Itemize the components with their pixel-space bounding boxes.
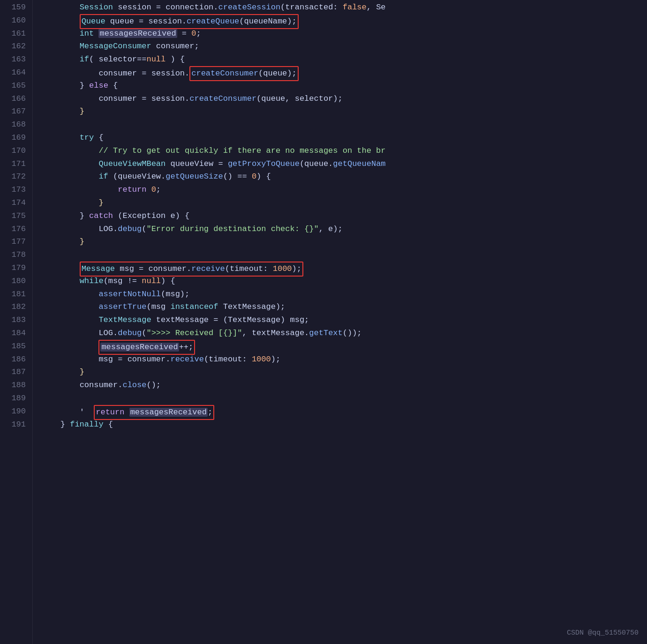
ln-160: 160 (0, 14, 26, 27)
code-line-185: messagesReceived++; (41, 340, 647, 353)
code-line-165: } else { (41, 79, 647, 92)
ln-184: 184 (0, 327, 26, 340)
ln-177: 177 (0, 235, 26, 248)
code-line-187: } (41, 366, 647, 379)
line-numbers: 159 160 161 162 163 164 165 166 167 168 … (0, 0, 33, 644)
code-line-162: MessageConsumer consumer; (41, 40, 647, 53)
code-line-190: ' return messagesReceived; (41, 405, 647, 418)
code-line-170: // Try to get out quickly if there are n… (41, 144, 647, 157)
ln-188: 188 (0, 379, 26, 392)
ln-175: 175 (0, 210, 26, 223)
code-line-182: assertTrue(msg instanceof TextMessage); (41, 300, 647, 314)
code-line-191: } finally { (41, 418, 647, 431)
code-line-161: int messagesReceived = 0; (41, 27, 647, 40)
code-line-184: LOG.debug(">>>> Received [{}]", textMess… (41, 327, 647, 340)
code-line-169: try { (41, 131, 647, 144)
ln-171: 171 (0, 157, 26, 171)
code-line-160: Queue queue = session.createQueue(queueN… (41, 14, 647, 27)
ln-169: 169 (0, 131, 26, 144)
code-line-177: } (41, 235, 647, 248)
ln-173: 173 (0, 183, 26, 196)
code-line-168 (41, 118, 647, 131)
code-line-174: } (41, 196, 647, 210)
code-line-167: } (41, 105, 647, 118)
ln-183: 183 (0, 314, 26, 327)
code-line-172: if (queueView.getQueueSize() == 0) { (41, 170, 647, 183)
ln-164: 164 (0, 66, 26, 79)
ln-168: 168 (0, 118, 26, 131)
code-container: 159 160 161 162 163 164 165 166 167 168 … (0, 0, 647, 644)
code-area: Session session = connection.createSessi… (33, 0, 647, 644)
ln-182: 182 (0, 300, 26, 314)
code-line-173: return 0; (41, 183, 647, 196)
ln-161: 161 (0, 27, 26, 40)
code-line-164: consumer = session.createConsumer(queue)… (41, 66, 647, 79)
ln-190: 190 (0, 405, 26, 418)
ln-167: 167 (0, 105, 26, 118)
code-line-179: Message msg = consumer.receive(timeout: … (41, 262, 647, 275)
ln-159: 159 (0, 1, 26, 14)
ln-187: 187 (0, 366, 26, 379)
code-line-178 (41, 248, 647, 262)
ln-174: 174 (0, 196, 26, 210)
ln-186: 186 (0, 353, 26, 366)
ln-166: 166 (0, 92, 26, 105)
ln-172: 172 (0, 170, 26, 183)
ln-176: 176 (0, 223, 26, 236)
ln-163: 163 (0, 53, 26, 66)
ln-162: 162 (0, 40, 26, 53)
code-line-171: QueueViewMBean queueView = getProxyToQue… (41, 157, 647, 171)
code-line-175: } catch (Exception e) { (41, 210, 647, 223)
code-line-163: if( selector==null ) { (41, 53, 647, 66)
watermark: CSDN @qq_51550750 (567, 628, 639, 638)
ln-181: 181 (0, 288, 26, 301)
code-line-176: LOG.debug("Error during destination chec… (41, 223, 647, 236)
code-line-180: while(msg != null) { (41, 275, 647, 288)
ln-185: 185 (0, 340, 26, 353)
code-line-188: consumer.close(); (41, 379, 647, 392)
ln-189: 189 (0, 392, 26, 405)
ln-178: 178 (0, 248, 26, 262)
code-line-189 (41, 392, 647, 405)
ln-165: 165 (0, 79, 26, 92)
ln-180: 180 (0, 275, 26, 288)
code-line-181: assertNotNull(msg); (41, 288, 647, 301)
ln-191: 191 (0, 418, 26, 431)
code-line-166: consumer = session.createConsumer(queue,… (41, 92, 647, 105)
code-line-159: Session session = connection.createSessi… (41, 1, 647, 14)
ln-170: 170 (0, 144, 26, 157)
ln-179: 179 (0, 262, 26, 275)
code-line-183: TextMessage textMessage = (TextMessage) … (41, 314, 647, 327)
code-line-186: msg = consumer.receive(timeout: 1000); (41, 353, 647, 366)
